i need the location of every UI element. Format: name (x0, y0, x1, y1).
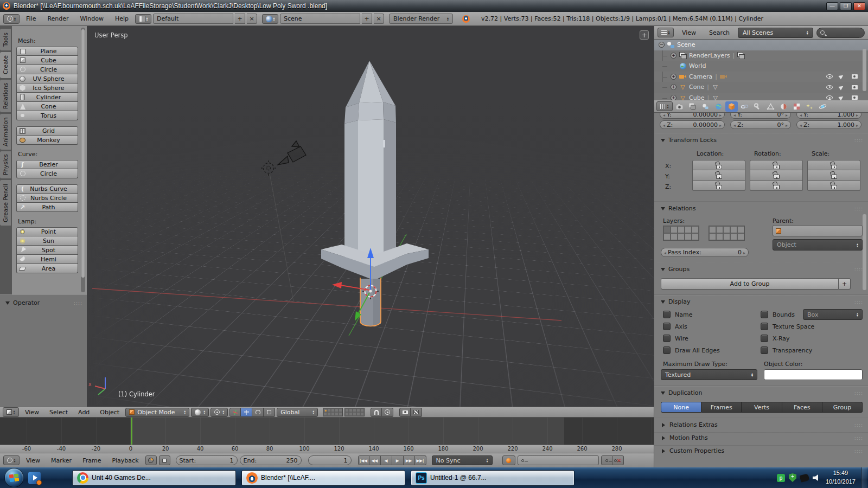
visibility-toggle[interactable] (826, 73, 833, 80)
custom-properties-panel-header[interactable]: Custom Properties (660, 447, 863, 454)
add-ico-sphere-button[interactable]: Ico Sphere (16, 84, 78, 93)
selectability-toggle[interactable] (838, 94, 845, 101)
delete-keyframe-button[interactable] (612, 455, 624, 465)
manipulator-translate-button[interactable] (241, 408, 252, 417)
show-desktop-button[interactable] (861, 467, 867, 488)
timeline-menu-view[interactable]: View (22, 457, 44, 464)
outliner-row-scene[interactable]: − Scene (654, 40, 868, 50)
tab-render[interactable] (673, 101, 686, 112)
volume-icon[interactable] (813, 474, 820, 481)
tab-particles[interactable] (803, 101, 816, 112)
editor-type-properties-button[interactable]: ▴▾ (656, 101, 673, 111)
renderability-toggle[interactable] (851, 94, 858, 101)
lock-scale-x-button[interactable] (807, 160, 860, 170)
duplication-group-button[interactable]: Group (822, 402, 863, 413)
expand-icon[interactable]: + (671, 84, 676, 90)
outliner-scrollbar[interactable] (863, 49, 866, 91)
bounds-checkbox[interactable] (761, 311, 768, 318)
manipulator-scale-button[interactable] (264, 408, 275, 417)
tab-material[interactable] (777, 101, 790, 112)
editor-type-3dview-button[interactable]: ▴▾ (3, 407, 19, 417)
add-spot-lamp-button[interactable]: Spot (16, 246, 78, 255)
selectability-toggle[interactable] (838, 84, 845, 91)
texture-space-checkbox[interactable] (761, 323, 768, 330)
panel-grip-icon[interactable] (854, 206, 863, 211)
delete-scene-button[interactable]: × (374, 14, 384, 24)
timeline-menu-marker[interactable]: Marker (47, 457, 76, 464)
delete-layout-button[interactable]: × (247, 14, 257, 24)
parent-object-field[interactable] (773, 225, 863, 236)
menu-file[interactable]: File (21, 15, 41, 22)
tab-texture[interactable] (790, 101, 803, 112)
toolshelf-scrollbar[interactable] (81, 28, 85, 292)
lock-rotation-z-button[interactable] (750, 181, 803, 191)
menu-window[interactable]: Window (75, 15, 108, 22)
duplication-panel-header[interactable]: Duplication (660, 389, 863, 397)
renderability-toggle[interactable] (851, 73, 858, 80)
lock-frame-button[interactable] (159, 455, 170, 465)
lamp-object[interactable] (261, 160, 276, 176)
tab-scene[interactable] (699, 101, 712, 112)
preview-range-button[interactable] (145, 455, 157, 465)
play-button[interactable]: ▶ (392, 455, 404, 465)
object-color-swatch[interactable] (764, 369, 863, 380)
snap-element-button[interactable] (382, 408, 393, 417)
expand-icon[interactable]: + (671, 53, 676, 59)
timeline-track[interactable] (0, 418, 654, 445)
add-grid-button[interactable]: Grid (16, 126, 78, 136)
outliner-row-renderlayers[interactable]: + RenderLayers | (654, 50, 868, 61)
location-z-field[interactable]: Z:0.00000 (660, 120, 725, 129)
tab-modifiers[interactable] (751, 101, 764, 112)
layers-widget-2[interactable] (344, 408, 365, 416)
tab-grease-pencil[interactable]: Grease Pencil (0, 180, 11, 226)
keying-set-field[interactable] (518, 455, 599, 465)
add-hemi-lamp-button[interactable]: Hemi (16, 255, 78, 264)
visibility-toggle[interactable] (826, 94, 833, 101)
xray-checkbox[interactable] (761, 335, 768, 342)
jump-to-end-button[interactable]: ▶▶| (415, 455, 426, 465)
panel-grip-icon[interactable] (854, 390, 863, 396)
expand-panel-plus-icon[interactable]: + (640, 30, 649, 40)
opengl-render-button[interactable] (399, 408, 411, 417)
tab-create[interactable]: Create (0, 52, 11, 78)
relations-extras-panel-header[interactable]: Relations Extras (660, 421, 863, 428)
tab-world[interactable] (712, 101, 725, 112)
operator-panel-title[interactable]: Operator (13, 299, 40, 306)
lock-location-y-button[interactable] (692, 170, 745, 181)
start-button[interactable] (4, 468, 24, 487)
opengl-render-anim-button[interactable] (411, 408, 422, 417)
tab-constraints[interactable] (738, 101, 751, 112)
tab-tools[interactable]: Tools (0, 29, 11, 50)
viewport-menu-select[interactable]: Select (45, 409, 72, 416)
sync-dropdown[interactable]: No Sync▴▾ (432, 455, 493, 465)
auto-keyframe-record-button[interactable] (502, 455, 515, 465)
bounds-type-dropdown[interactable]: Box▴▾ (803, 309, 863, 320)
outliner-row-cube[interactable]: + Cube | (654, 93, 868, 101)
lock-location-x-button[interactable] (692, 160, 745, 170)
rotation-z-field[interactable]: Z:0° (730, 120, 791, 129)
add-cylinder-button[interactable]: Cylinder (16, 93, 78, 102)
mode-dropdown[interactable]: Object Mode▴▾ (125, 408, 189, 417)
taskbar-app-chrome[interactable]: Unit 40 Games De... (72, 470, 236, 486)
manipulator-axis-button[interactable] (229, 408, 241, 417)
expand-icon[interactable]: + (671, 95, 676, 100)
render-engine-dropdown[interactable]: Blender Render▴▾ (389, 14, 453, 24)
editor-type-timeline-button[interactable]: ▴▾ (3, 455, 20, 465)
lock-scale-z-button[interactable] (807, 181, 860, 191)
viewport-3d[interactable]: x User Persp (1) Cylinder + (87, 26, 654, 407)
layers-grid-2[interactable] (709, 226, 745, 241)
close-button[interactable]: ✕ (853, 2, 865, 10)
jump-next-keyframe-button[interactable]: ▶▶ (404, 455, 415, 465)
add-nurbs-curve-button[interactable]: Nurbs Curve (16, 184, 78, 194)
lock-location-z-button[interactable] (692, 181, 745, 191)
draw-all-edges-checkbox[interactable] (663, 346, 671, 354)
transparency-checkbox[interactable] (761, 346, 768, 354)
add-to-group-button[interactable]: Add to Group (661, 278, 839, 290)
screen-layout-field[interactable]: Default (153, 14, 233, 24)
timeline-menu-frame[interactable]: Frame (78, 457, 105, 464)
taskbar-app-blender[interactable]: Blender* [\\LeAF.... (241, 470, 405, 486)
relations-panel-header[interactable]: Relations (660, 204, 863, 213)
insert-keyframe-button[interactable] (601, 455, 612, 465)
timeline-ruler[interactable]: -60 -40 -20 0 20 40 60 80 100 120 140 16… (0, 445, 654, 453)
viewport-menu-object[interactable]: Object (95, 409, 124, 416)
